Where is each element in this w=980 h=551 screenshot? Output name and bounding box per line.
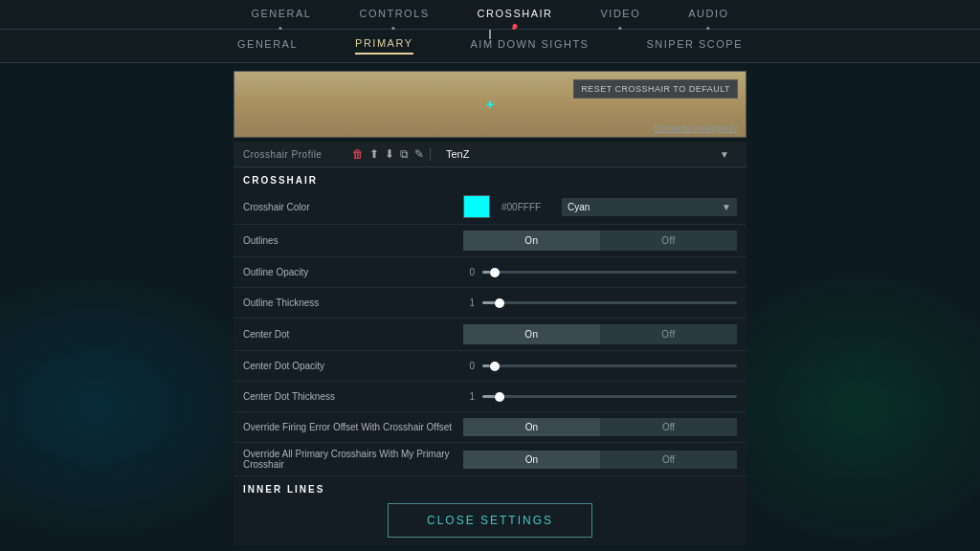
profile-dropdown-arrow: ▼: [720, 149, 729, 160]
profile-select[interactable]: TenZ ▼: [438, 148, 737, 160]
outline-opacity-row: Outline Opacity 0: [234, 257, 746, 288]
sub-nav-sniper-scope[interactable]: SNIPER SCOPE: [646, 38, 743, 54]
outline-thickness-slider: 1: [463, 298, 737, 308]
outline-thickness-fill: [482, 301, 495, 304]
outline-thickness-label: Outline Thickness: [243, 298, 463, 308]
center-dot-label: Center Dot: [243, 329, 463, 340]
top-nav-video[interactable]: VIDEO: [601, 8, 641, 23]
main-content: RESET CROSSHAIR TO DEFAULT Elements misa…: [0, 63, 980, 545]
center-dot-control: On Off: [463, 324, 737, 344]
settings-panel: Crosshair Profile 🗑 ⬆ ⬇ ⧉ ✎ TenZ ▼ CROSS…: [234, 142, 746, 545]
center-dot-opacity-row: Center Dot Opacity 0: [234, 351, 746, 382]
outline-opacity-thumb[interactable]: [490, 268, 500, 277]
center-dot-thickness-thumb[interactable]: [495, 392, 504, 402]
top-nav-audio[interactable]: AUDIO: [688, 8, 728, 23]
outlines-on-button[interactable]: On: [463, 231, 600, 251]
override-firing-toggle: On Off: [463, 418, 737, 436]
outline-opacity-control: 0: [463, 267, 737, 277]
crosshair-preview: RESET CROSSHAIR TO DEFAULT Elements misa…: [234, 71, 746, 138]
crosshair-color-control: #00FFFF Cyan ▼: [463, 195, 737, 218]
center-dot-thickness-row: Center Dot Thickness 1: [234, 382, 746, 412]
top-nav-general[interactable]: GENERAL: [251, 8, 311, 23]
center-dot-opacity-label: Center Dot Opacity: [243, 361, 463, 371]
elements-misaligned-link[interactable]: Elements misaligned?: [654, 123, 738, 133]
outline-thickness-track[interactable]: [482, 301, 737, 304]
color-dropdown-arrow: ▼: [722, 202, 731, 212]
center-dot-thickness-track[interactable]: [482, 395, 737, 398]
close-settings-button[interactable]: CLOSE SETTINGS: [388, 503, 592, 538]
override-all-control: On Off: [463, 451, 737, 469]
download-profile-icon[interactable]: ⬇: [385, 147, 394, 161]
copy-profile-icon[interactable]: ⧉: [400, 147, 409, 161]
outline-opacity-label: Outline Opacity: [243, 267, 463, 277]
outline-thickness-row: Outline Thickness 1: [234, 288, 746, 319]
center-dot-off-button[interactable]: Off: [600, 324, 737, 344]
override-firing-control: On Off: [463, 418, 737, 436]
profile-label: Crosshair Profile: [243, 149, 339, 160]
profile-icons: 🗑 ⬆ ⬇ ⧉ ✎: [346, 147, 431, 161]
outline-opacity-fill: [482, 271, 490, 274]
top-nav-controls[interactable]: CONTROLS: [359, 8, 429, 23]
top-nav: GENERAL CONTROLS CROSSHAIR VIDEO AUDIO: [0, 0, 980, 30]
delete-profile-icon[interactable]: 🗑: [352, 147, 364, 161]
center-dot-row: Center Dot On Off: [234, 319, 746, 351]
override-all-row: Override All Primary Crosshairs With My …: [234, 443, 746, 476]
share-profile-icon[interactable]: ⬆: [369, 147, 379, 161]
outline-thickness-value: 1: [463, 298, 475, 308]
center-dot-opacity-control: 0: [463, 361, 737, 371]
center-dot-thickness-fill: [482, 395, 495, 398]
override-all-on-button[interactable]: On: [463, 451, 600, 469]
center-dot-thickness-control: 1: [463, 391, 737, 402]
override-all-toggle: On Off: [463, 451, 737, 469]
center-dot-thickness-value: 1: [463, 391, 475, 402]
crosshair-color-swatch[interactable]: [463, 195, 490, 218]
sub-nav-primary[interactable]: PRIMARY: [355, 37, 412, 55]
crosshair-color-label: Crosshair Color: [243, 202, 463, 212]
reset-crosshair-button[interactable]: RESET CROSSHAIR TO DEFAULT: [573, 79, 738, 99]
center-dot-on-button[interactable]: On: [463, 324, 600, 344]
center-dot-thickness-label: Center Dot Thickness: [243, 391, 463, 402]
crosshair-color-name-select[interactable]: Cyan ▼: [562, 198, 737, 216]
outlines-label: Outlines: [243, 235, 463, 246]
center-dot-opacity-track[interactable]: [482, 364, 737, 367]
center-dot-opacity-fill: [482, 364, 490, 367]
override-firing-on-button[interactable]: On: [463, 418, 600, 436]
outlines-toggle: On Off: [463, 231, 737, 251]
crosshair-section-header: CROSSHAIR: [234, 167, 746, 189]
center-dot-opacity-value: 0: [463, 361, 475, 371]
top-nav-crosshair[interactable]: CROSSHAIR: [478, 8, 553, 23]
center-dot-opacity-thumb[interactable]: [490, 362, 500, 371]
outlines-row: Outlines On Off: [234, 225, 746, 257]
sub-nav: GENERAL PRIMARY AIM DOWN SIGHTS SNIPER S…: [0, 30, 980, 63]
sub-nav-general[interactable]: GENERAL: [237, 38, 298, 54]
outlines-control: On Off: [463, 231, 737, 251]
center-dot-thickness-slider: 1: [463, 391, 737, 402]
profile-row: Crosshair Profile 🗑 ⬆ ⬇ ⧉ ✎ TenZ ▼: [234, 142, 746, 167]
outline-thickness-control: 1: [463, 298, 737, 308]
override-firing-row: Override Firing Error Offset With Crossh…: [234, 412, 746, 443]
center-dot-opacity-slider: 0: [463, 361, 737, 371]
override-firing-label: Override Firing Error Offset With Crossh…: [243, 422, 463, 432]
sub-nav-aim-down-sights[interactable]: AIM DOWN SIGHTS: [471, 38, 590, 54]
outline-opacity-value: 0: [463, 267, 475, 277]
outline-thickness-thumb[interactable]: [495, 298, 504, 308]
crosshair-color-name: Cyan: [568, 202, 590, 212]
edit-profile-icon[interactable]: ✎: [414, 147, 424, 161]
outline-opacity-slider: 0: [463, 267, 737, 277]
close-button-container: CLOSE SETTINGS: [0, 490, 980, 551]
override-all-off-button[interactable]: Off: [600, 451, 737, 469]
outline-opacity-track[interactable]: [482, 271, 737, 274]
profile-select-value: TenZ: [446, 148, 469, 160]
override-all-label: Override All Primary Crosshairs With My …: [243, 449, 463, 470]
outlines-off-button[interactable]: Off: [600, 231, 737, 251]
override-firing-off-button[interactable]: Off: [600, 418, 737, 436]
center-dot-toggle: On Off: [463, 324, 737, 344]
crosshair-color-row: Crosshair Color #00FFFF Cyan ▼: [234, 189, 746, 225]
crosshair-color-hex: #00FFFF: [501, 202, 554, 212]
